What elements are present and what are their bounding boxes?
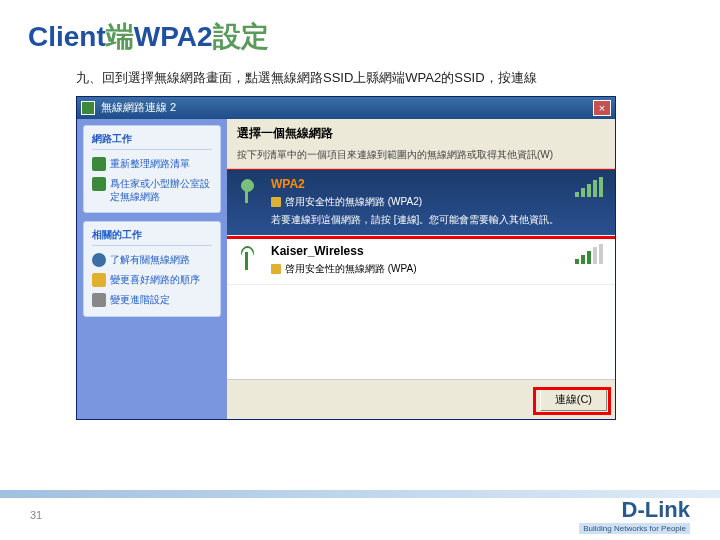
main-heading: 選擇一個無線網路 bbox=[237, 125, 605, 142]
main-subtext: 按下列清單中的一個項目來連線到範圍內的無線網路或取得其他資訊(W) bbox=[237, 148, 605, 162]
window-icon bbox=[81, 101, 95, 115]
sidebar-item-setup[interactable]: 爲住家或小型辦公室設定無線網路 bbox=[92, 174, 212, 206]
gear-icon bbox=[92, 293, 106, 307]
signal-icon bbox=[575, 244, 605, 264]
lock-icon bbox=[271, 197, 281, 207]
network-item-kaiser[interactable]: Kaiser_Wireless 啓用安全性的無線網路 (WPA) bbox=[227, 236, 615, 285]
network-security: 啓用安全性的無線網路 (WPA) bbox=[271, 262, 575, 276]
wireless-window: 無線網路連線 2 × 網路工作 重新整理網路清單 爲住家或小型辦公室設定無線網路… bbox=[76, 96, 616, 420]
window-titlebar[interactable]: 無線網路連線 2 × bbox=[77, 97, 615, 119]
page-number: 31 bbox=[30, 509, 42, 521]
sidebar-item-order[interactable]: 變更喜好網路的順序 bbox=[92, 270, 212, 290]
sidebar-item-learn[interactable]: 了解有關無線網路 bbox=[92, 250, 212, 270]
lock-icon bbox=[271, 264, 281, 274]
close-icon[interactable]: × bbox=[593, 100, 611, 116]
main-header: 選擇一個無線網路 按下列清單中的一個項目來連線到範圍內的無線網路或取得其他資訊(… bbox=[227, 119, 615, 169]
sidebar-item-refresh[interactable]: 重新整理網路清單 bbox=[92, 154, 212, 174]
slide-footer: 31 D-Link Building Networks for People bbox=[0, 490, 720, 540]
network-security: 啓用安全性的無線網路 (WPA2) bbox=[271, 195, 575, 209]
star-icon bbox=[92, 273, 106, 287]
sidebar: 網路工作 重新整理網路清單 爲住家或小型辦公室設定無線網路 相關的工作 了解有關… bbox=[77, 119, 227, 419]
antenna-icon bbox=[237, 177, 261, 207]
info-icon bbox=[92, 253, 106, 267]
network-name: Kaiser_Wireless bbox=[271, 244, 575, 258]
signal-icon bbox=[575, 177, 605, 197]
instruction-text: 九、回到選擇無線網路畫面，點選無線網路SSID上縣網端WPA2的SSID，按連線 bbox=[76, 68, 692, 88]
setup-icon bbox=[92, 177, 106, 191]
sidebar-item-advanced[interactable]: 變更進階設定 bbox=[92, 290, 212, 310]
button-bar: 連線(C) bbox=[227, 379, 615, 419]
antenna-icon bbox=[237, 244, 261, 274]
network-message: 若要連線到這個網路，請按 [連線]。您可能會需要輸入其他資訊。 bbox=[271, 213, 575, 227]
network-name: WPA2 bbox=[271, 177, 575, 191]
sidebar-panel-network-tasks: 網路工作 重新整理網路清單 爲住家或小型辦公室設定無線網路 bbox=[83, 125, 221, 213]
main-panel: 選擇一個無線網路 按下列清單中的一個項目來連線到範圍內的無線網路或取得其他資訊(… bbox=[227, 119, 615, 419]
sidebar-panel-related: 相關的工作 了解有關無線網路 變更喜好網路的順序 變更進階設定 bbox=[83, 221, 221, 317]
network-list: WPA2 啓用安全性的無線網路 (WPA2) 若要連線到這個網路，請按 [連線]… bbox=[227, 169, 615, 379]
window-title: 無線網路連線 2 bbox=[101, 100, 593, 115]
panel-title: 相關的工作 bbox=[92, 228, 212, 246]
refresh-icon bbox=[92, 157, 106, 171]
connect-button[interactable]: 連線(C) bbox=[540, 388, 607, 411]
brand-logo: D-Link Building Networks for People bbox=[579, 497, 690, 534]
panel-title: 網路工作 bbox=[92, 132, 212, 150]
network-item-wpa2[interactable]: WPA2 啓用安全性的無線網路 (WPA2) 若要連線到這個網路，請按 [連線]… bbox=[227, 169, 615, 236]
slide-title: Client端WPA2設定 bbox=[28, 18, 692, 56]
